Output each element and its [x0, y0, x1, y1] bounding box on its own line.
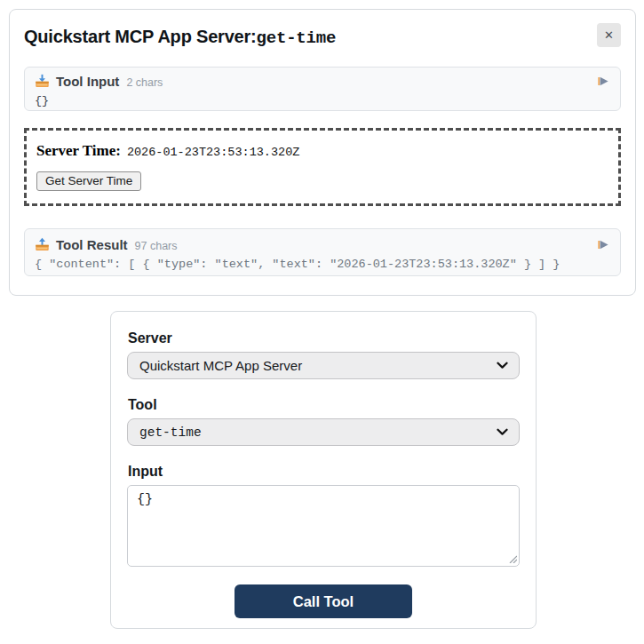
- tool-input-content: {}: [35, 92, 609, 109]
- inbox-tray-icon: [35, 74, 50, 89]
- tool-call-modal: Quickstart MCP App Server:get-time ✕ Too…: [9, 9, 636, 296]
- chevron-down-icon: [497, 362, 508, 370]
- input-field-label: Input: [128, 463, 520, 480]
- get-server-time-button[interactable]: Get Server Time: [36, 171, 141, 191]
- modal-title: Quickstart MCP App Server:get-time: [24, 25, 336, 50]
- tool-input-panel: Tool Input 2 chars {}: [24, 67, 621, 111]
- tool-field-label: Tool: [128, 396, 520, 413]
- tool-input-label: Tool Input: [56, 74, 119, 89]
- tool-select[interactable]: get-time: [127, 418, 520, 446]
- embedded-app-frame: Server Time: 2026-01-23T23:53:13.320Z Ge…: [24, 128, 621, 206]
- chevron-down-icon: [497, 428, 508, 436]
- outbox-tray-icon: [35, 237, 50, 252]
- modal-header: Quickstart MCP App Server:get-time ✕: [24, 25, 621, 50]
- tool-result-size: 97 chars: [135, 238, 178, 252]
- tool-result-panel: Tool Result 97 chars { "content": [ { "t…: [24, 228, 621, 276]
- tool-result-label: Tool Result: [56, 237, 128, 252]
- tool-result-content: { "content": [ { "type": "text", "text":…: [35, 256, 609, 273]
- expand-arrow-icon[interactable]: [598, 239, 609, 250]
- server-field-label: Server: [128, 330, 520, 346]
- tool-input-header: Tool Input 2 chars: [35, 73, 609, 90]
- call-tool-form: Server Quickstart MCP App Server Tool ge…: [110, 311, 537, 629]
- tool-result-header: Tool Result 97 chars: [35, 236, 609, 253]
- close-button[interactable]: ✕: [597, 23, 621, 47]
- server-select-value: Quickstart MCP App Server: [139, 358, 302, 373]
- close-icon: ✕: [604, 28, 614, 42]
- server-time-line: Server Time: 2026-01-23T23:53:13.320Z: [36, 142, 608, 160]
- modal-title-tool: get-time: [257, 28, 337, 48]
- input-textarea-wrap: [127, 485, 520, 567]
- server-select[interactable]: Quickstart MCP App Server: [127, 352, 520, 379]
- server-time-value: 2026-01-23T23:53:13.320Z: [127, 146, 299, 159]
- tool-select-value: get-time: [139, 425, 202, 440]
- modal-title-server: Quickstart MCP App Server:: [24, 27, 257, 46]
- call-tool-button[interactable]: Call Tool: [235, 584, 412, 618]
- server-time-label: Server Time:: [36, 142, 121, 160]
- tool-input-size: 2 chars: [126, 75, 163, 89]
- expand-arrow-icon[interactable]: [598, 76, 609, 87]
- input-textarea[interactable]: [127, 485, 520, 567]
